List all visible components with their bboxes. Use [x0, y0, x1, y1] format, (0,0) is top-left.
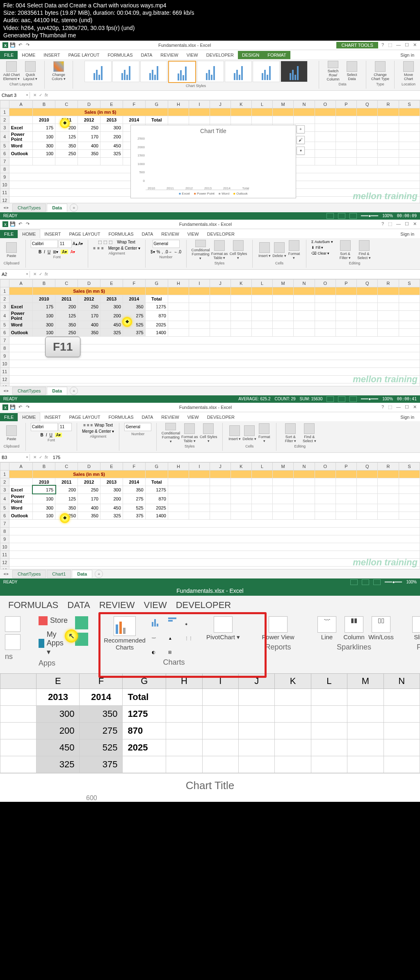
view-pagebreak-icon[interactable]: [373, 579, 381, 585]
grow-font-icon[interactable]: A▴: [73, 241, 78, 246]
sheet-nav-last-icon[interactable]: ▸: [7, 571, 9, 576]
shrink-font-icon[interactable]: A▾: [78, 241, 83, 246]
enter-fx-icon[interactable]: ✓: [39, 93, 42, 97]
add-sheet-button[interactable]: +: [70, 204, 78, 212]
align-bottom-icon[interactable]: ⬚: [109, 240, 112, 244]
currency-icon[interactable]: $▾: [151, 250, 155, 254]
sign-in-link[interactable]: Sign in: [395, 230, 420, 238]
cell-styles-button[interactable]: Cell Styles ▾: [229, 240, 247, 260]
sign-in-link[interactable]: Sign in: [395, 413, 420, 421]
pie-chart-icon[interactable]: ◐: [151, 644, 164, 656]
wrap-text-button[interactable]: Wrap Text: [117, 240, 135, 244]
comma-icon[interactable]: ,: [162, 250, 163, 254]
font-size-select[interactable]: [59, 240, 72, 248]
fill-color-button[interactable]: A▾: [61, 250, 68, 254]
tab-file[interactable]: FILE: [0, 413, 18, 421]
chart-style-1[interactable]: [84, 61, 112, 82]
name-box[interactable]: Chart 3▾: [0, 92, 30, 99]
sheet-tab-charttypes[interactable]: ChartTypes: [12, 204, 46, 212]
enter-fx-icon[interactable]: ✓: [39, 272, 42, 276]
wrap-text-button[interactable]: Wrap Text: [94, 423, 113, 427]
sparkline-line-button[interactable]: 〰Line: [315, 616, 339, 640]
redo-icon[interactable]: ↷: [25, 221, 30, 227]
align-center-icon[interactable]: ≡: [97, 246, 100, 250]
fx-icon[interactable]: fx: [45, 93, 48, 97]
tab-data[interactable]: DATA: [138, 230, 158, 238]
tab-home[interactable]: HOME: [18, 413, 40, 421]
minimize-icon[interactable]: —: [396, 42, 401, 48]
sheet-tab-data[interactable]: Data: [47, 387, 67, 395]
tab-developer[interactable]: DEVELOPER: [202, 51, 238, 59]
change-chart-type-button[interactable]: Change Chart Type: [371, 61, 389, 81]
chart-style-6[interactable]: [225, 61, 252, 82]
conditional-formatting-button[interactable]: Conditional Formatting ▾: [192, 240, 210, 260]
number-format-select[interactable]: [153, 240, 180, 248]
tab-home[interactable]: HOME: [18, 51, 39, 59]
tab-file[interactable]: FILE: [0, 230, 18, 238]
border-button[interactable]: ⊞▾: [53, 250, 58, 254]
paste-button[interactable]: Paste: [2, 423, 21, 443]
delete-cells-button[interactable]: Delete ▾: [272, 240, 286, 260]
quick-layout-button[interactable]: Quick Layout ▾: [21, 61, 39, 81]
formula-bar[interactable]: [51, 94, 420, 96]
select-data-button[interactable]: Select Data: [343, 61, 361, 81]
sheet-tab-data[interactable]: Data: [47, 204, 67, 212]
pivot-table-icon[interactable]: [5, 616, 21, 632]
view-pagelayout-icon[interactable]: [338, 213, 345, 219]
add-sheet-button[interactable]: +: [95, 570, 103, 578]
store-button[interactable]: Store: [39, 616, 68, 625]
align-icons[interactable]: ≡ ≡ ≡: [83, 423, 93, 427]
font-size-select[interactable]: [59, 423, 72, 431]
tab-data[interactable]: DATA: [138, 413, 158, 421]
delete-cells-button[interactable]: Delete ▾: [242, 423, 256, 443]
change-colors-button[interactable]: Change Colors ▾: [50, 61, 68, 81]
maximize-icon[interactable]: ☐: [405, 42, 409, 48]
chart-style-4-selected[interactable]: [168, 61, 196, 83]
add-sheet-button[interactable]: +: [70, 387, 78, 395]
tab-data[interactable]: DATA: [137, 51, 157, 59]
format-as-table-button[interactable]: Format as Table ▾: [210, 240, 228, 260]
tab-view[interactable]: VIEW: [183, 230, 203, 238]
formula-bar[interactable]: 175: [51, 454, 420, 461]
view-normal-icon[interactable]: [326, 396, 334, 402]
sheet-nav-first-icon[interactable]: ◂: [3, 205, 6, 210]
sheet-tab-chart1[interactable]: Chart1: [47, 570, 71, 578]
minimize-icon[interactable]: —: [396, 221, 401, 227]
tab-page-layout[interactable]: PAGE LAYOUT: [65, 230, 104, 238]
minimize-icon[interactable]: —: [396, 404, 401, 410]
sign-in-link[interactable]: Sign in: [395, 51, 420, 59]
view-pagebreak-icon[interactable]: [349, 213, 357, 219]
pivot-chart-button[interactable]: PivotChart ▾: [205, 616, 242, 641]
merge-center-button[interactable]: Merge & Center ▾: [82, 429, 114, 434]
tab-format[interactable]: FORMAT: [263, 51, 290, 59]
tab-review[interactable]: REVIEW: [99, 600, 135, 610]
chart-elements-button[interactable]: +: [297, 125, 305, 133]
tab-formulas[interactable]: FORMULAS: [103, 51, 137, 59]
italic-button[interactable]: I: [44, 250, 45, 254]
undo-icon[interactable]: ↶: [17, 404, 23, 410]
embedded-chart[interactable]: + 🖌 ▾ Chart Title 25002000150010005000: [130, 125, 296, 198]
tab-formulas[interactable]: FORMULAS: [104, 230, 137, 238]
cancel-fx-icon[interactable]: ✕: [33, 93, 37, 97]
bold-button[interactable]: B: [39, 250, 41, 254]
sheet-nav-last-icon[interactable]: ▸: [7, 388, 9, 393]
save-icon[interactable]: 💾: [10, 42, 16, 48]
sort-filter-button[interactable]: Sort & Filter ▾: [281, 423, 299, 443]
close-icon[interactable]: ✕: [413, 42, 417, 48]
sparkline-winloss-button[interactable]: ▯▯Win/Loss: [369, 616, 393, 640]
line-chart-icon[interactable]: 〰: [151, 630, 164, 642]
stock-chart-icon[interactable]: ✶: [183, 616, 197, 628]
sheet-tab-charttypes[interactable]: ChartTypes: [12, 387, 46, 395]
percent-icon[interactable]: %: [157, 250, 160, 254]
power-view-button[interactable]: Power View: [260, 616, 297, 640]
find-select-button[interactable]: Find & Select ▾: [300, 423, 318, 443]
dec-decimal-icon[interactable]: ←.0: [174, 250, 181, 254]
sheet-nav-first-icon[interactable]: ◂: [3, 388, 6, 393]
chart-style-2[interactable]: [112, 61, 139, 82]
insert-cells-button[interactable]: Insert ▾: [228, 423, 242, 443]
redo-icon[interactable]: ↷: [25, 42, 30, 48]
fx-icon[interactable]: fx: [45, 272, 48, 276]
help-icon[interactable]: ?: [381, 221, 384, 227]
underline-button[interactable]: U: [48, 250, 50, 254]
name-box[interactable]: B3▾: [0, 454, 30, 461]
